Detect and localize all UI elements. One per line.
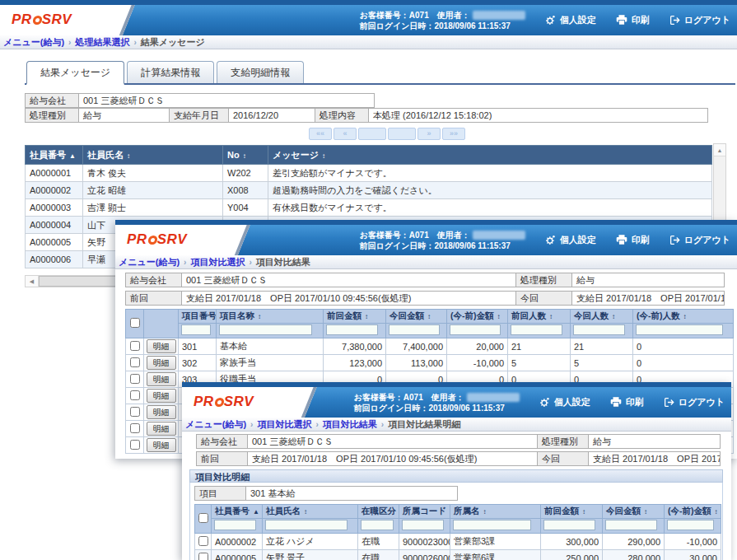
scroll-up-arrow[interactable]: ▲ xyxy=(714,144,725,156)
curr-count-filter-input[interactable] xyxy=(573,324,625,335)
compare-info-form: 給与会社 001 三菱総研ＤＣＳ 処理種別 給与 前回 支給日 2017/01/… xyxy=(125,273,737,306)
diff-count-filter-input[interactable] xyxy=(636,324,723,335)
column-header-prev-count[interactable]: 前回人数↕ xyxy=(508,310,571,324)
column-header-curr-count[interactable]: 今回人数↕ xyxy=(571,310,633,324)
cell-curr-amount: 280,000 xyxy=(603,550,665,560)
row-checkbox[interactable] xyxy=(130,440,140,450)
tab-payment-detail-info[interactable]: 支給明細情報 xyxy=(217,61,304,83)
emp-name-filter-input[interactable] xyxy=(265,520,348,530)
breadcrumb-item-compare-select[interactable]: 項目対比選択 xyxy=(257,418,311,431)
page-count-box[interactable] xyxy=(388,128,416,140)
logout-button[interactable]: ログアウト xyxy=(669,14,730,26)
curr-amount-filter-input[interactable] xyxy=(605,520,657,530)
cell-emp-name: 立花 ハジメ xyxy=(263,534,358,550)
row-checkbox[interactable] xyxy=(130,357,140,367)
item-no-filter-input[interactable] xyxy=(181,324,211,335)
breadcrumb-process-result-select[interactable]: 処理結果選択 xyxy=(75,36,129,49)
detail-button[interactable]: 明細 xyxy=(147,405,176,419)
row-checkbox[interactable] xyxy=(198,536,208,546)
personal-settings-button[interactable]: 個人設定 xyxy=(545,234,596,246)
column-header-employment-status[interactable]: 在職区分↕ xyxy=(358,505,399,519)
column-header-dept-code[interactable]: 所属コード↕ xyxy=(399,505,450,519)
first-page-button[interactable]: «« xyxy=(309,128,332,140)
tab-calc-result-info[interactable]: 計算結果情報 xyxy=(127,61,214,83)
last-login: 前回ログイン日時：2018/09/06 11:15:37 xyxy=(354,403,520,413)
column-header-diff-count[interactable]: (今-前)人数↕ xyxy=(633,310,734,324)
diff-amount-filter-input[interactable] xyxy=(450,324,501,335)
logout-button[interactable]: ログアウト xyxy=(664,396,725,408)
status-filter-input[interactable] xyxy=(361,520,394,530)
column-header-item-no[interactable]: 項目番号▲ xyxy=(179,310,217,324)
logout-button[interactable]: ログアウト xyxy=(669,234,730,246)
row-checkbox[interactable] xyxy=(130,341,140,351)
prev-page-button[interactable]: « xyxy=(334,128,357,140)
curr-amount-filter-input[interactable] xyxy=(389,324,440,335)
row-checkbox[interactable] xyxy=(198,553,208,560)
detail-button[interactable]: 明細 xyxy=(147,422,176,436)
sort-both-icon: ↕ xyxy=(483,508,487,516)
diff-amount-filter-input[interactable] xyxy=(667,520,714,530)
prev-count-filter-input[interactable] xyxy=(511,324,562,335)
printer-icon xyxy=(616,235,627,245)
column-header-no[interactable]: No↕ xyxy=(223,146,268,165)
compare-info-form: 給与会社 001 三菱総研ＤＣＳ 処理種別 給与 前回 支給日 2017/01/… xyxy=(196,434,731,466)
item-name-filter-input[interactable] xyxy=(219,324,312,335)
table-row[interactable]: A0000005 矢野 景子 在職 9000026000 営業部6課 250,0… xyxy=(195,550,721,560)
print-button[interactable]: 印刷 xyxy=(616,14,650,26)
table-row[interactable]: 明細 302 家族手当 123,000 113,000 -10,000 5 5 … xyxy=(126,355,734,371)
table-row[interactable]: A0000001 青木 俊夫 W202 差引支給額がマイナスです。 xyxy=(26,165,712,182)
last-page-button[interactable]: »» xyxy=(442,128,465,140)
column-header-emp-no[interactable]: 社員番号▲ xyxy=(212,505,263,519)
column-header-curr-amount[interactable]: 今回金額↕ xyxy=(386,310,447,324)
item-detail-table: 社員番号▲ 社員氏名↕ 在職区分↕ 所属コード↕ 所属名↕ 前回金額↕ 今回金額… xyxy=(194,504,721,560)
dept-code-filter-input[interactable] xyxy=(402,520,444,530)
app-header: PRSRV お客様番号：A071 使用者： 前回ログイン日時：2018/09/0… xyxy=(115,225,737,255)
prev-amount-filter-input[interactable] xyxy=(543,520,595,530)
table-row[interactable]: 明細 301 基本給 7,380,000 7,400,000 20,000 21… xyxy=(126,338,734,355)
breadcrumb-item-compare-select[interactable]: 項目対比選択 xyxy=(190,256,245,268)
tab-result-message[interactable]: 結果メッセージ xyxy=(26,61,124,85)
page-number-box[interactable] xyxy=(358,128,386,140)
column-header-curr-amount[interactable]: 今回金額↕ xyxy=(603,505,665,519)
scroll-left-arrow[interactable]: ◀ xyxy=(26,276,39,287)
column-header-prev-amount[interactable]: 前回金額↕ xyxy=(324,310,386,324)
cell-prev-amount: 7,380,000 xyxy=(324,338,386,355)
cell-prev-amount: 300,000 xyxy=(541,534,603,550)
print-button[interactable]: 印刷 xyxy=(610,396,644,408)
personal-settings-button[interactable]: 個人設定 xyxy=(539,396,590,408)
detail-button[interactable]: 明細 xyxy=(147,339,176,353)
row-checkbox[interactable] xyxy=(130,423,140,433)
breadcrumb-menu[interactable]: メニュー(給与) xyxy=(185,418,246,431)
column-header-diff-amount[interactable]: (今-前)金額↕ xyxy=(447,310,508,324)
next-page-button[interactable]: » xyxy=(417,128,441,140)
breadcrumb-item-compare-result[interactable]: 項目対比結果 xyxy=(323,418,377,431)
breadcrumb-menu[interactable]: メニュー(給与) xyxy=(119,256,180,268)
select-all-checkbox[interactable] xyxy=(130,318,140,328)
table-row[interactable]: A0000003 吉澤 顕士 Y004 有休残日数がマイナスです。 xyxy=(26,199,712,217)
detail-button[interactable]: 明細 xyxy=(147,389,176,403)
select-all-checkbox[interactable] xyxy=(198,513,208,523)
column-header-prev-amount[interactable]: 前回金額↕ xyxy=(541,505,603,519)
detail-button[interactable]: 明細 xyxy=(147,356,176,370)
row-checkbox[interactable] xyxy=(130,390,140,400)
detail-button[interactable]: 明細 xyxy=(147,438,176,452)
row-checkbox[interactable] xyxy=(130,407,140,417)
column-header-diff-amount[interactable]: (今-前)金額↕ xyxy=(665,505,721,519)
prev-amount-filter-input[interactable] xyxy=(326,324,378,335)
emp-no-filter-input[interactable] xyxy=(214,520,256,530)
column-header-emp-name[interactable]: 社員氏名↕ xyxy=(263,505,358,519)
detail-button[interactable]: 明細 xyxy=(147,372,176,386)
table-row[interactable]: A0000002 立花 ハジメ 在職 9000023000 営業部3課 300,… xyxy=(195,534,721,550)
row-checkbox[interactable] xyxy=(130,374,140,384)
detail-cell: 明細 xyxy=(144,355,179,371)
column-header-item-name[interactable]: 項目名称↕ xyxy=(217,310,324,324)
breadcrumb-menu[interactable]: メニュー(給与) xyxy=(3,36,64,49)
dept-name-filter-input[interactable] xyxy=(453,520,531,530)
column-header-message[interactable]: メッセージ↕ xyxy=(268,146,712,165)
column-header-dept-name[interactable]: 所属名↕ xyxy=(450,505,541,519)
column-header-emp-no[interactable]: 社員番号▲ xyxy=(26,146,83,165)
table-row[interactable]: A0000002 立花 昭雄 X008 超過勤務時間の入力をご確認ください。 xyxy=(26,182,712,199)
print-button[interactable]: 印刷 xyxy=(616,234,650,246)
personal-settings-button[interactable]: 個人設定 xyxy=(545,14,596,26)
column-header-emp-name[interactable]: 社員氏名↕ xyxy=(83,146,223,165)
